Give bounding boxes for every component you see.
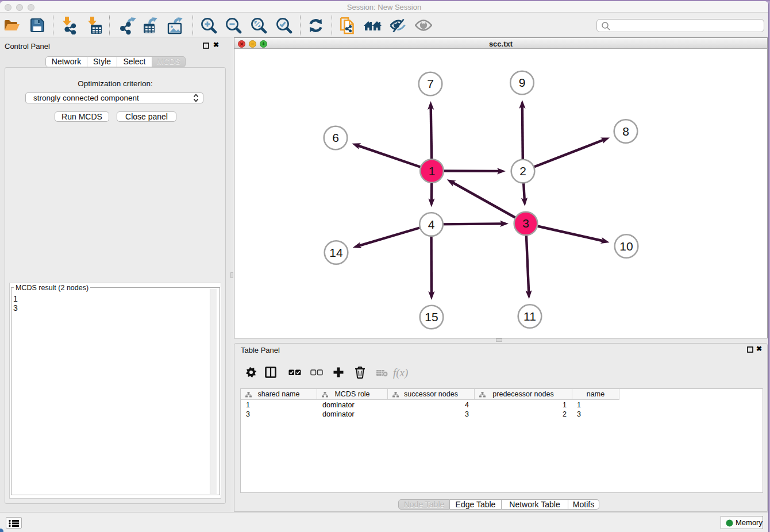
svg-text:14: 14: [329, 246, 343, 259]
svg-text:15: 15: [425, 310, 438, 323]
svg-text:7: 7: [427, 77, 434, 90]
svg-text:2: 2: [519, 164, 526, 178]
svg-text:6: 6: [332, 131, 339, 144]
svg-text:3: 3: [522, 217, 529, 230]
svg-text:10: 10: [619, 240, 633, 253]
svg-text:8: 8: [622, 125, 629, 138]
svg-text:9: 9: [519, 76, 526, 89]
svg-text:1: 1: [429, 164, 436, 178]
svg-text:11: 11: [523, 310, 536, 323]
svg-text:4: 4: [428, 218, 435, 231]
